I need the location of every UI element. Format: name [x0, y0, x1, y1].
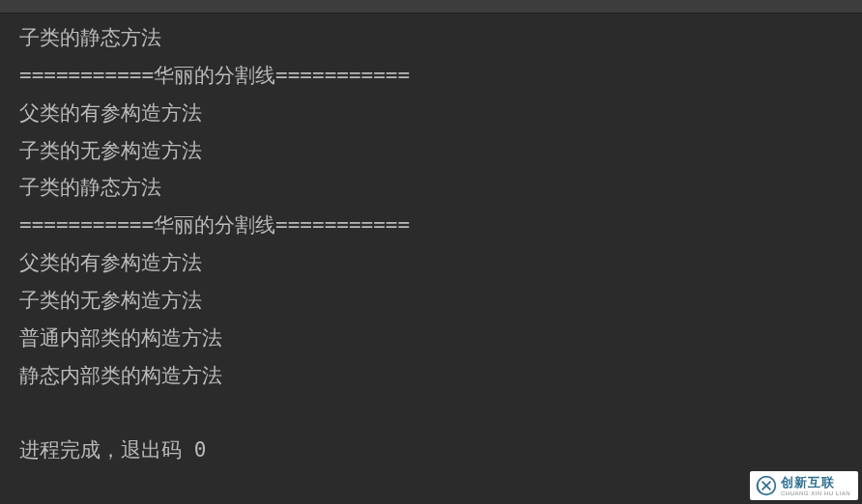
output-line: 父类的有参构造方法 — [19, 95, 843, 132]
output-line: ===========华丽的分割线=========== — [19, 57, 843, 95]
output-line: 子类的静态方法 — [19, 19, 843, 57]
output-line: 普通内部类的构造方法 — [19, 320, 843, 357]
watermark-subtitle: CHUANG XIN HU LIAN — [781, 490, 850, 496]
watermark-text: 创新互联 CHUANG XIN HU LIAN — [781, 476, 850, 496]
watermark-name: 创新互联 — [781, 476, 835, 489]
output-line: ===========华丽的分割线=========== — [19, 207, 843, 244]
output-line: 静态内部类的构造方法 — [19, 357, 843, 395]
output-line: 父类的有参构造方法 — [19, 244, 843, 282]
watermark-logo-icon — [756, 475, 777, 496]
watermark-badge: 创新互联 CHUANG XIN HU LIAN — [750, 471, 858, 500]
run-command-header: "D:\Program Files\Java\jdk1.8.0_144\bin\… — [0, 0, 862, 14]
console-output: 子类的静态方法 ===========华丽的分割线=========== 父类的… — [0, 14, 862, 469]
output-line: 子类的静态方法 — [19, 169, 843, 207]
output-line: 子类的无参构造方法 — [19, 132, 843, 170]
exit-code-line: 进程完成，退出码 0 — [19, 432, 843, 469]
output-blank-line — [19, 394, 843, 432]
output-line: 子类的无参构造方法 — [19, 282, 843, 320]
